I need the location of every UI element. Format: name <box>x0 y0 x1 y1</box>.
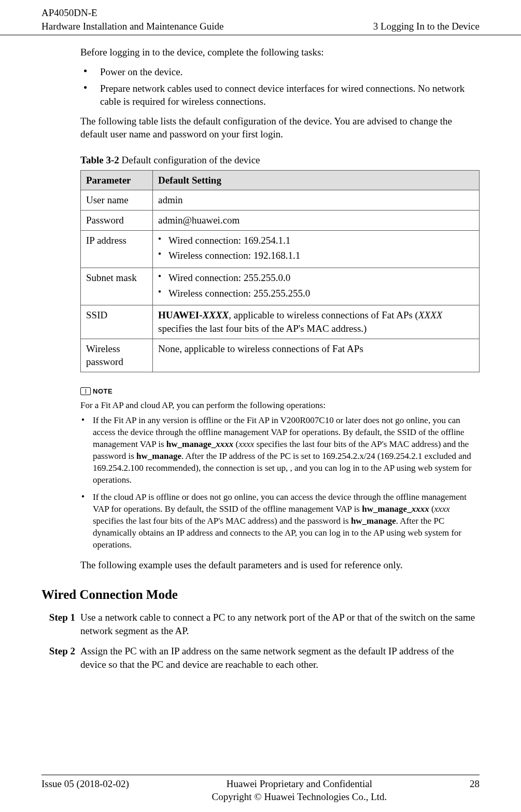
col-default-setting: Default Setting <box>153 170 480 190</box>
note-label: NOTE <box>93 387 112 396</box>
page-header: AP4050DN-E Hardware Installation and Mai… <box>0 0 521 35</box>
wired-steps: Step 1 Use a network cable to connect a … <box>80 611 480 671</box>
note-italic-frag: xxxx <box>434 504 450 514</box>
note-bold-frag: hw_manage_ <box>362 504 411 514</box>
footer-center: Huawei Proprietary and Confidential Copy… <box>212 777 387 804</box>
footer-issue: Issue 05 (2018-02-02) <box>41 777 129 791</box>
note-item: If the Fit AP in any version is offline … <box>80 415 480 486</box>
table-row: User name admin <box>81 190 480 211</box>
page-content: Before logging in to the device, complet… <box>0 35 521 671</box>
header-left: AP4050DN-E Hardware Installation and Mai… <box>41 6 223 33</box>
note-bold-frag: hw_manage_ <box>166 439 216 449</box>
ssid-rest1: , applicable to wireless connections of … <box>229 310 418 320</box>
note-italic-frag: xxxx <box>238 439 254 449</box>
product-name: AP4050DN-E <box>41 6 223 20</box>
page-footer: Issue 05 (2018-02-02) Huawei Proprietary… <box>41 775 480 804</box>
ip-wireless: Wireless connection: 192.168.1.1 <box>158 249 474 262</box>
doc-title: Hardware Installation and Maintenance Gu… <box>41 20 223 33</box>
note-text-frag: ( <box>233 439 238 449</box>
ip-list: Wired connection: 169.254.1.1 Wireless c… <box>158 234 474 262</box>
param-cell: Wireless password <box>81 339 153 372</box>
param-cell: SSID <box>81 305 153 339</box>
note-bold-frag: hw_manage <box>136 451 181 461</box>
table-row: Wireless password None, applicable to wi… <box>81 339 480 372</box>
intro-bullets: Power on the device. Prepare network cab… <box>80 65 480 108</box>
footer-line1: Huawei Proprietary and Confidential <box>212 777 387 791</box>
intro-lead: Before logging in to the device, complet… <box>80 46 480 59</box>
table-header-row: Parameter Default Setting <box>81 170 480 190</box>
chapter-title: 3 Logging In to the Device <box>373 20 480 33</box>
ssid-bold: HUAWEI- <box>158 310 203 320</box>
note-text-frag: ( <box>429 504 434 514</box>
col-parameter: Parameter <box>81 170 153 190</box>
ssid-italic: XXXX <box>418 310 442 320</box>
step-body: Assign the PC with an IP address on the … <box>80 645 480 671</box>
param-cell: Password <box>81 211 153 231</box>
param-cell: User name <box>81 190 153 211</box>
value-cell: None, applicable to wireless connections… <box>153 339 480 372</box>
value-cell: admin <box>153 190 480 211</box>
param-cell: IP address <box>81 230 153 268</box>
note-lead: For a Fit AP and cloud AP, you can perfo… <box>80 400 480 412</box>
step-label: Step 2 <box>44 645 80 671</box>
wired-heading: Wired Connection Mode <box>41 586 480 604</box>
table-row: Password admin@huawei.com <box>81 211 480 231</box>
table-caption: Table 3-2 Default configuration of the d… <box>80 153 480 167</box>
note-bold-frag: hw_manage <box>351 516 396 526</box>
note-bolditalic-frag: xxxx <box>216 439 233 449</box>
note-list: If the Fit AP in any version is offline … <box>80 415 480 551</box>
subnet-wired: Wired connection: 255.255.0.0 <box>158 271 474 285</box>
table-row: Subnet mask Wired connection: 255.255.0.… <box>81 268 480 305</box>
book-icon <box>80 387 91 395</box>
subnet-wireless: Wireless connection: 255.255.255.0 <box>158 287 474 300</box>
value-cell: Wired connection: 169.254.1.1 Wireless c… <box>153 230 480 268</box>
ssid-rest2: specifies the last four bits of the AP's… <box>158 323 367 334</box>
table-lead: The following table lists the default co… <box>80 115 480 141</box>
ip-wired: Wired connection: 169.254.1.1 <box>158 234 474 247</box>
param-cell: Subnet mask <box>81 268 153 305</box>
note-item: If the cloud AP is offline or does not g… <box>80 492 480 551</box>
note-header: NOTE <box>80 387 480 396</box>
table-row: IP address Wired connection: 169.254.1.1… <box>81 230 480 268</box>
note-bolditalic-frag: xxxx <box>412 504 429 514</box>
value-cell: Wired connection: 255.255.0.0 Wireless c… <box>153 268 480 305</box>
footer-page: 28 <box>470 777 480 791</box>
footer-line2: Copyright © Huawei Technologies Co., Ltd… <box>212 790 387 804</box>
note-text-frag: specifies the last four bits of the AP's… <box>93 516 351 526</box>
value-cell: admin@huawei.com <box>153 211 480 231</box>
step-row: Step 1 Use a network cable to connect a … <box>44 611 480 637</box>
table-caption-text: Default configuration of the device <box>119 155 260 165</box>
example-note: The following example uses the default p… <box>80 558 480 572</box>
default-config-table: Parameter Default Setting User name admi… <box>80 170 480 372</box>
intro-bullet: Prepare network cables used to connect d… <box>80 82 480 108</box>
table-caption-prefix: Table 3-2 <box>80 155 119 165</box>
subnet-list: Wired connection: 255.255.0.0 Wireless c… <box>158 271 474 300</box>
step-row: Step 2 Assign the PC with an IP address … <box>44 645 480 671</box>
note-block: NOTE For a Fit AP and cloud AP, you can … <box>80 387 480 551</box>
step-label: Step 1 <box>44 611 80 637</box>
ssid-bolditalic: XXXX <box>203 310 229 320</box>
value-cell: HUAWEI-XXXX, applicable to wireless conn… <box>153 305 480 339</box>
intro-bullet: Power on the device. <box>80 65 480 79</box>
step-body: Use a network cable to connect a PC to a… <box>80 611 480 637</box>
table-row: SSID HUAWEI-XXXX, applicable to wireless… <box>81 305 480 339</box>
